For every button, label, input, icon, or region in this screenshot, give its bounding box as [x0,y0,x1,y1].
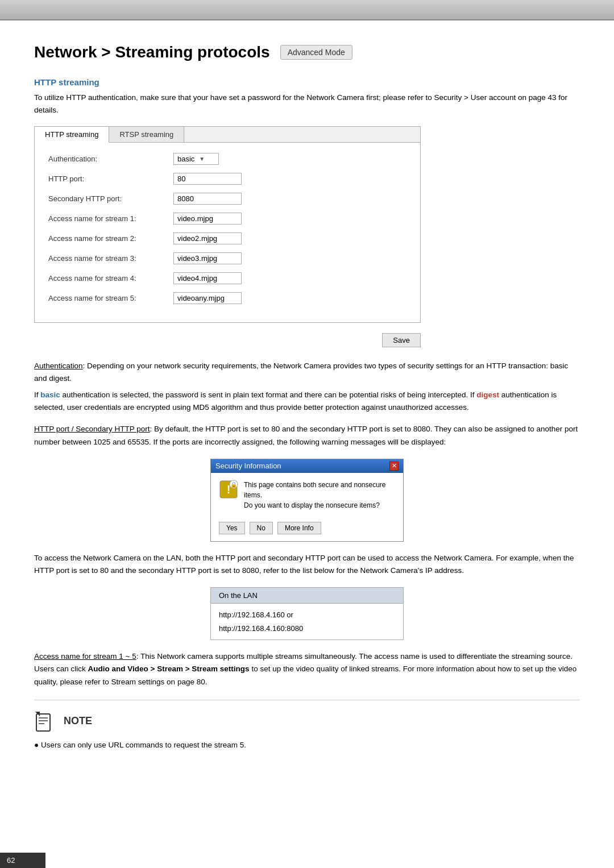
lan-paragraph: To access the Network Camera on the LAN,… [34,552,580,578]
tabs-row: HTTP streaming RTSP streaming [35,127,420,143]
label-stream2: Access name for stream 2: [48,234,173,243]
form-row-stream5: Access name for stream 5: [48,292,406,304]
input-http-port[interactable] [173,173,242,185]
dialog-title-bar: Security Information ✕ [211,459,403,473]
auth-basic-pre: If [34,391,40,399]
form-row-stream4: Access name for stream 4: [48,272,406,284]
settings-panel: HTTP streaming RTSP streaming Authentica… [34,126,421,323]
dialog-buttons: Yes No More Info [211,517,403,541]
dialog-no-button[interactable]: No [250,522,273,534]
form-row-secondary-port: Secondary HTTP port: [48,193,406,205]
dialog-yes-button[interactable]: Yes [219,522,245,534]
description-port: HTTP port / Secondary HTTP port: By defa… [34,423,580,448]
advanced-mode-badge[interactable]: Advanced Mode [280,45,352,60]
dialog-title: Security Information [215,462,281,470]
svg-rect-4 [36,714,50,731]
label-secondary-http-port: Secondary HTTP port: [48,194,173,203]
note-text: ● Users can only use URL commands to req… [34,739,580,751]
note-section: NOTE ● Users can only use URL commands t… [34,700,580,751]
page-number: 62 [0,853,45,868]
dialog-body-text: This page contains both secure and nonse… [244,480,395,510]
form-row-stream1: Access name for stream 1: [48,213,406,225]
auth-basic-post: authentication is selected, the password… [60,391,476,399]
save-row: Save [34,333,421,347]
note-label: NOTE [64,715,92,727]
security-icon: ! 🔒 [219,480,238,503]
page-title: Network > Streaming protocols [34,43,270,61]
dialog-line1: This page contains both secure and nonse… [244,480,395,500]
main-content: Network > Streaming protocols Advanced M… [0,20,614,785]
input-stream3[interactable] [173,252,242,264]
tab-rtsp-streaming[interactable]: RTSP streaming [109,127,184,142]
tab-http-streaming[interactable]: HTTP streaming [35,127,109,143]
label-authentication: Authentication: [48,155,173,163]
section-title: HTTP streaming [34,77,580,87]
dialog-close-button[interactable]: ✕ [389,462,399,471]
auth-digest-word: digest [476,391,499,399]
page-title-row: Network > Streaming protocols Advanced M… [34,43,580,61]
input-stream2[interactable] [173,232,242,244]
dialog-line2: Do you want to display the nonsecure ite… [244,500,395,510]
note-icon [34,709,58,733]
form-row-stream2: Access name for stream 2: [48,232,406,244]
label-stream1: Access name for stream 1: [48,214,173,223]
auth-underline: Authentication [34,362,83,370]
input-stream5[interactable] [173,292,242,304]
input-stream4[interactable] [173,272,242,284]
panel-body: Authentication: basic ▼ HTTP port: Secon… [35,143,420,322]
security-dialog: Security Information ✕ ! 🔒 This page con… [210,459,404,542]
dialog-more-button[interactable]: More Info [277,522,321,534]
auth-value: basic [177,155,194,163]
access-name-paragraph: Access name for stream 1 ~ 5: This Netwo… [34,650,580,688]
auth-basic-word: basic [40,391,60,399]
lan-table-body: http://192.168.4.160 or http://192.168.4… [211,604,403,639]
form-row-stream3: Access name for stream 3: [48,252,406,264]
lan-line2: http://192.168.4.160:8080 [219,622,395,635]
intro-text: To utilize HTTP authentication, make sur… [34,92,580,116]
lan-table: On the LAN http://192.168.4.160 or http:… [210,587,404,640]
label-stream4: Access name for stream 4: [48,274,173,283]
label-stream3: Access name for stream 3: [48,254,173,263]
dropdown-arrow-icon: ▼ [199,156,205,162]
form-row-http-port: HTTP port: [48,173,406,185]
input-stream1[interactable] [173,213,242,225]
access-name-bold1: Audio and Video > Stream > Stream settin… [88,665,250,673]
note-header: NOTE [34,709,580,733]
label-http-port: HTTP port: [48,175,173,183]
dialog-body: ! 🔒 This page contains both secure and n… [211,473,403,517]
svg-text:🔒: 🔒 [230,481,238,488]
description-auth: Authentication: Depending on your networ… [34,360,580,414]
input-secondary-http-port[interactable] [173,193,242,205]
lan-table-header: On the LAN [211,588,403,604]
access-name-underline: Access name for stream 1 ~ 5 [34,652,136,661]
auth-dropdown[interactable]: basic ▼ [173,153,219,165]
auth-desc-text: : Depending on your network security req… [34,362,568,383]
form-row-auth: Authentication: basic ▼ [48,153,406,165]
port-underline: HTTP port / Secondary HTTP port [34,425,150,433]
save-button[interactable]: Save [382,333,421,347]
lan-line1: http://192.168.4.160 or [219,608,395,621]
label-stream5: Access name for stream 5: [48,294,173,302]
note-bullet: ● Users can only use URL commands to req… [34,741,246,749]
top-bar [0,0,614,20]
